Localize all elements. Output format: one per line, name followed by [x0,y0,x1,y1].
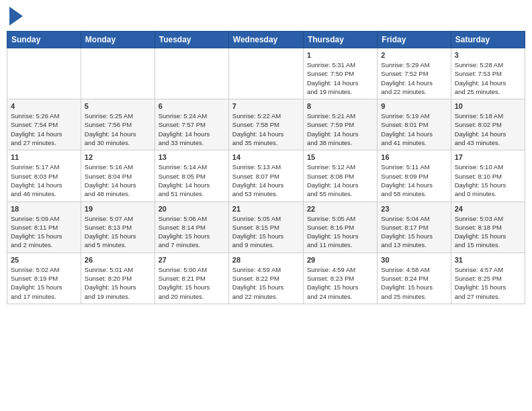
day-number: 27 [159,256,225,264]
day-number: 11 [11,153,77,161]
calendar-cell [154,48,228,99]
day-info: Sunrise: 5:18 AM Sunset: 8:02 PM Dayligh… [455,111,521,147]
day-of-week-header: Tuesday [154,32,228,48]
calendar-cell: 8Sunrise: 5:21 AM Sunset: 7:59 PM Daylig… [303,99,377,150]
day-number: 4 [11,102,77,110]
day-number: 16 [381,153,447,161]
calendar-cell: 17Sunrise: 5:10 AM Sunset: 8:10 PM Dayli… [451,150,525,201]
calendar-cell [81,48,154,99]
day-number: 2 [381,51,447,59]
calendar-cell: 31Sunrise: 4:57 AM Sunset: 8:25 PM Dayli… [451,253,525,304]
day-number: 19 [85,205,151,213]
calendar-cell: 18Sunrise: 5:09 AM Sunset: 8:11 PM Dayli… [7,201,81,253]
day-of-week-header: Thursday [303,32,377,48]
day-number: 7 [232,102,300,110]
page-header [7,7,525,26]
day-number: 14 [232,153,300,161]
day-number: 24 [455,205,521,213]
day-info: Sunrise: 5:19 AM Sunset: 8:01 PM Dayligh… [381,111,447,147]
day-info: Sunrise: 5:22 AM Sunset: 7:58 PM Dayligh… [232,111,300,147]
day-info: Sunrise: 5:06 AM Sunset: 8:14 PM Dayligh… [159,214,225,250]
day-info: Sunrise: 5:00 AM Sunset: 8:21 PM Dayligh… [159,265,225,301]
calendar-week-row: 1Sunrise: 5:31 AM Sunset: 7:50 PM Daylig… [7,48,525,99]
day-of-week-header: Monday [81,32,154,48]
day-info: Sunrise: 4:59 AM Sunset: 8:23 PM Dayligh… [307,265,373,301]
day-info: Sunrise: 5:14 AM Sunset: 8:05 PM Dayligh… [159,163,225,198]
day-info: Sunrise: 5:28 AM Sunset: 7:53 PM Dayligh… [455,60,521,96]
day-number: 6 [159,102,225,110]
calendar-cell: 9Sunrise: 5:19 AM Sunset: 8:01 PM Daylig… [378,99,451,150]
calendar-cell: 19Sunrise: 5:07 AM Sunset: 8:13 PM Dayli… [81,201,154,253]
calendar-cell: 6Sunrise: 5:24 AM Sunset: 7:57 PM Daylig… [154,99,228,150]
day-number: 17 [455,153,521,161]
calendar-cell: 24Sunrise: 5:03 AM Sunset: 8:18 PM Dayli… [451,201,525,253]
day-info: Sunrise: 4:59 AM Sunset: 8:22 PM Dayligh… [232,265,300,301]
day-info: Sunrise: 5:13 AM Sunset: 8:07 PM Dayligh… [232,163,300,198]
calendar-week-row: 18Sunrise: 5:09 AM Sunset: 8:11 PM Dayli… [7,201,525,253]
day-number: 18 [11,205,77,213]
day-number: 26 [85,256,151,264]
day-info: Sunrise: 5:05 AM Sunset: 8:15 PM Dayligh… [232,214,300,250]
day-number: 15 [307,153,373,161]
day-of-week-header: Wednesday [228,32,303,48]
calendar-cell: 28Sunrise: 4:59 AM Sunset: 8:22 PM Dayli… [228,253,303,304]
day-number: 30 [381,256,447,264]
calendar-cell: 14Sunrise: 5:13 AM Sunset: 8:07 PM Dayli… [228,150,303,201]
day-info: Sunrise: 5:21 AM Sunset: 7:59 PM Dayligh… [307,111,373,147]
day-info: Sunrise: 5:02 AM Sunset: 8:19 PM Dayligh… [11,265,77,301]
day-info: Sunrise: 5:17 AM Sunset: 8:03 PM Dayligh… [11,163,77,198]
day-of-week-header: Friday [378,32,451,48]
calendar-cell: 25Sunrise: 5:02 AM Sunset: 8:19 PM Dayli… [7,253,81,304]
day-info: Sunrise: 4:57 AM Sunset: 8:25 PM Dayligh… [455,265,521,301]
calendar-week-row: 25Sunrise: 5:02 AM Sunset: 8:19 PM Dayli… [7,253,525,304]
day-info: Sunrise: 5:09 AM Sunset: 8:11 PM Dayligh… [11,214,77,250]
day-info: Sunrise: 5:05 AM Sunset: 8:16 PM Dayligh… [307,214,373,250]
day-number: 25 [11,256,77,264]
calendar-cell: 16Sunrise: 5:11 AM Sunset: 8:09 PM Dayli… [378,150,451,201]
day-info: Sunrise: 5:31 AM Sunset: 7:50 PM Dayligh… [307,60,373,96]
calendar-cell: 22Sunrise: 5:05 AM Sunset: 8:16 PM Dayli… [303,201,377,253]
day-info: Sunrise: 5:01 AM Sunset: 8:20 PM Dayligh… [85,265,151,301]
day-of-week-header: Sunday [7,32,81,48]
calendar-cell: 30Sunrise: 4:58 AM Sunset: 8:24 PM Dayli… [378,253,451,304]
calendar-week-row: 4Sunrise: 5:26 AM Sunset: 7:54 PM Daylig… [7,99,525,150]
day-info: Sunrise: 5:11 AM Sunset: 8:09 PM Dayligh… [381,163,447,198]
day-info: Sunrise: 5:25 AM Sunset: 7:56 PM Dayligh… [85,111,151,147]
calendar-cell: 29Sunrise: 4:59 AM Sunset: 8:23 PM Dayli… [303,253,377,304]
day-info: Sunrise: 5:16 AM Sunset: 8:04 PM Dayligh… [85,163,151,198]
day-info: Sunrise: 5:24 AM Sunset: 7:57 PM Dayligh… [159,111,225,147]
calendar-week-row: 11Sunrise: 5:17 AM Sunset: 8:03 PM Dayli… [7,150,525,201]
day-of-week-header: Saturday [451,32,525,48]
day-number: 22 [307,205,373,213]
day-info: Sunrise: 5:29 AM Sunset: 7:52 PM Dayligh… [381,60,447,96]
calendar-cell: 4Sunrise: 5:26 AM Sunset: 7:54 PM Daylig… [7,99,81,150]
day-info: Sunrise: 5:10 AM Sunset: 8:10 PM Dayligh… [455,163,521,198]
day-number: 12 [85,153,151,161]
calendar-cell: 23Sunrise: 5:04 AM Sunset: 8:17 PM Dayli… [378,201,451,253]
day-number: 21 [232,205,300,213]
calendar-cell: 3Sunrise: 5:28 AM Sunset: 7:53 PM Daylig… [451,48,525,99]
day-number: 31 [455,256,521,264]
day-number: 8 [307,102,373,110]
calendar-cell: 5Sunrise: 5:25 AM Sunset: 7:56 PM Daylig… [81,99,154,150]
day-info: Sunrise: 5:04 AM Sunset: 8:17 PM Dayligh… [381,214,447,250]
calendar-cell: 26Sunrise: 5:01 AM Sunset: 8:20 PM Dayli… [81,253,154,304]
calendar-cell: 27Sunrise: 5:00 AM Sunset: 8:21 PM Dayli… [154,253,228,304]
calendar-cell: 13Sunrise: 5:14 AM Sunset: 8:05 PM Dayli… [154,150,228,201]
day-number: 5 [85,102,151,110]
day-info: Sunrise: 5:03 AM Sunset: 8:18 PM Dayligh… [455,214,521,250]
day-number: 3 [455,51,521,59]
day-number: 9 [381,102,447,110]
day-number: 20 [159,205,225,213]
day-number: 29 [307,256,373,264]
calendar-cell [7,48,81,99]
svg-marker-0 [9,7,23,26]
calendar-cell: 21Sunrise: 5:05 AM Sunset: 8:15 PM Dayli… [228,201,303,253]
calendar-cell [228,48,303,99]
day-info: Sunrise: 5:26 AM Sunset: 7:54 PM Dayligh… [11,111,77,147]
calendar-cell: 2Sunrise: 5:29 AM Sunset: 7:52 PM Daylig… [378,48,451,99]
logo-icon [9,7,23,26]
calendar-cell: 7Sunrise: 5:22 AM Sunset: 7:58 PM Daylig… [228,99,303,150]
day-info: Sunrise: 4:58 AM Sunset: 8:24 PM Dayligh… [381,265,447,301]
calendar-cell: 15Sunrise: 5:12 AM Sunset: 8:08 PM Dayli… [303,150,377,201]
